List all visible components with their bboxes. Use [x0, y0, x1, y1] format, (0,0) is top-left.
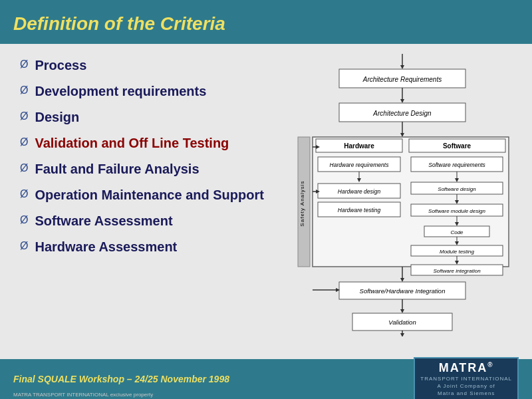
svg-marker-48: [400, 278, 404, 282]
list-item: Ø Process: [20, 57, 266, 74]
bullet-symbol: Ø: [20, 240, 28, 252]
matra-name: MATRA®: [420, 361, 512, 375]
diagram-area: Architecture Requirements Architecture D…: [279, 51, 532, 343]
bullet-label: Hardware Assessment: [35, 239, 177, 255]
bullet-symbol: Ø: [20, 214, 28, 226]
bullet-symbol: Ø: [20, 110, 28, 122]
diagram-svg: Architecture Requirements Architecture D…: [279, 51, 519, 336]
svg-text:Software: Software: [443, 142, 471, 150]
svg-marker-52: [400, 309, 404, 313]
footer-company-text: MATRA TRANSPORT INTERNATIONAL exclusive …: [13, 392, 153, 399]
svg-marker-1: [400, 65, 404, 69]
svg-text:Safety Analysis: Safety Analysis: [299, 180, 305, 226]
svg-text:Software requirements: Software requirements: [428, 162, 485, 168]
svg-text:Hardware requirements: Hardware requirements: [330, 162, 390, 168]
svg-marker-9: [400, 133, 404, 137]
svg-text:Hardware design: Hardware design: [338, 188, 381, 195]
svg-text:Hardware testing: Hardware testing: [338, 207, 381, 213]
slide-title: Definition of the Criteria: [13, 13, 225, 34]
svg-text:Software integration: Software integration: [433, 268, 481, 274]
registered-icon: ®: [487, 361, 493, 368]
bullet-symbol: Ø: [20, 136, 28, 148]
svg-text:Software module design: Software module design: [428, 208, 485, 214]
top-bar: [0, 0, 532, 5]
svg-text:Software/Hardware Integration: Software/Hardware Integration: [360, 287, 446, 295]
list-item: Ø Design: [20, 109, 266, 126]
bullet-label: Operation Maintenance and Support: [35, 187, 263, 203]
bullet-symbol: Ø: [20, 59, 28, 70]
matra-subtitle1: TRANSPORT INTERNATIONAL: [420, 375, 512, 382]
svg-text:Hardware: Hardware: [344, 142, 374, 150]
svg-text:Module testing: Module testing: [440, 249, 475, 255]
bullet-label: Software Assessment: [35, 213, 172, 229]
bullet-symbol: Ø: [20, 84, 28, 96]
content-area: Ø Process Ø Development requirements Ø D…: [0, 44, 532, 343]
title-area: Definition of the Criteria: [0, 5, 532, 44]
bullet-label-highlight: Validation and Off Line Testing: [35, 135, 229, 152]
bullet-list: Ø Process Ø Development requirements Ø D…: [0, 51, 279, 343]
footer-left: Final SQUALE Workshop – 24/25 November 1…: [13, 373, 229, 385]
bullet-label: Process: [35, 57, 86, 74]
workshop-text: Final SQUALE Workshop – 24/25 November 1…: [13, 374, 229, 384]
matra-subtitle3: Matra and Siemens: [420, 390, 512, 397]
bullet-symbol: Ø: [20, 188, 28, 200]
list-item: Ø Software Assessment: [20, 213, 266, 229]
bullet-label: Development requirements: [35, 83, 206, 100]
svg-marker-56: [400, 333, 404, 336]
svg-text:Validation: Validation: [388, 319, 416, 326]
list-item: Ø Development requirements: [20, 83, 266, 100]
svg-text:Architecture Requirements: Architecture Requirements: [362, 76, 442, 83]
list-item: Ø Hardware Assessment: [20, 239, 266, 255]
slide: Definition of the Criteria Ø Process Ø D…: [0, 0, 532, 399]
svg-text:Software design: Software design: [438, 186, 476, 192]
matra-subtitle2: A Joint Company of: [420, 382, 512, 390]
bullet-symbol: Ø: [20, 162, 28, 174]
svg-marker-5: [400, 99, 404, 103]
list-item: Ø Operation Maintenance and Support: [20, 187, 266, 203]
matra-logo: MATRA® TRANSPORT INTERNATIONAL A Joint C…: [414, 357, 519, 399]
list-item: Ø Validation and Off Line Testing: [20, 135, 266, 152]
list-item: Ø Fault and Failure Analysis: [20, 161, 266, 178]
bullet-label: Fault and Failure Analysis: [35, 161, 199, 178]
bullet-label: Design: [35, 109, 79, 126]
svg-text:Code: Code: [450, 229, 464, 235]
svg-text:Architecture Design: Architecture Design: [372, 110, 432, 117]
